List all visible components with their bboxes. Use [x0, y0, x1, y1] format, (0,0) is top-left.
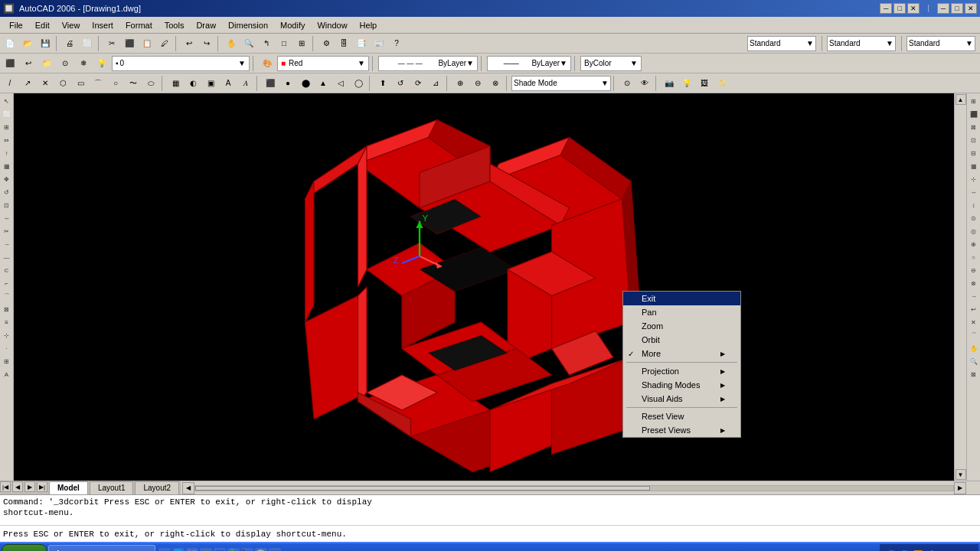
select-btn[interactable]: ↖	[1, 95, 13, 107]
scroll-left-btn[interactable]: ◀	[182, 482, 194, 494]
rt-btn-13[interactable]: ○	[968, 251, 980, 263]
taskbar-icon-9[interactable]: 🎮	[269, 548, 281, 551]
stretch-btn[interactable]: ↔	[1, 212, 13, 224]
tab-layout2[interactable]: Layout2	[135, 481, 179, 494]
ctx-shading[interactable]: Shading Modes ▶	[623, 378, 740, 392]
render-btn[interactable]: ✨	[714, 75, 730, 92]
menu-window[interactable]: Window	[311, 19, 353, 31]
chamfer-btn[interactable]: ⌐	[1, 277, 13, 289]
rt-btn-16[interactable]: →	[968, 290, 980, 302]
3d-union-btn[interactable]: ⊕	[452, 75, 469, 92]
draw-mtext-btn[interactable]: 𝐴	[237, 75, 254, 92]
array-btn[interactable]: ▦	[1, 160, 13, 172]
3d-loft-btn[interactable]: ⊿	[427, 75, 444, 92]
print-preview-button[interactable]: ⬜	[79, 35, 96, 52]
taskbar-icon-1[interactable]: 🗁	[158, 548, 171, 551]
lineweight-dropdown[interactable]: —— ByLayer ▼	[487, 56, 571, 71]
color-dropdown[interactable]: ■ Red ▼	[277, 56, 369, 71]
scroll-track[interactable]	[194, 485, 954, 491]
menu-tools[interactable]: Tools	[158, 19, 191, 31]
rt-btn-17[interactable]: ↩	[968, 303, 980, 315]
rt-btn-14[interactable]: ⊖	[968, 264, 980, 276]
taskbar-icon-6[interactable]: 🐉	[227, 548, 240, 551]
tab-model[interactable]: Model	[49, 481, 88, 494]
zoom-window-btn[interactable]: □	[276, 35, 292, 52]
new-button[interactable]: 📄	[2, 35, 18, 52]
join-btn[interactable]: ⊂	[1, 264, 13, 276]
paste-button[interactable]: 📋	[139, 35, 155, 52]
draw-region-btn[interactable]: ▣	[202, 75, 219, 92]
trim-btn[interactable]: ✂	[1, 225, 13, 237]
ctx-preset[interactable]: Preset Views ▶	[623, 423, 740, 437]
rt-btn-11[interactable]: ◎	[968, 225, 980, 237]
attrib-btn[interactable]: A	[1, 368, 13, 380]
toolpalettes-btn[interactable]: 📑	[353, 35, 370, 52]
scroll-up-btn[interactable]: ▲	[956, 94, 966, 105]
layer-prev-btn[interactable]: ↩	[20, 55, 37, 72]
draw-hatch-btn[interactable]: ▦	[167, 75, 184, 92]
draw-circle-btn[interactable]: ○	[107, 75, 124, 92]
draw-gradient-btn[interactable]: ◐	[185, 75, 201, 92]
scroll-right-btn[interactable]: ▶	[954, 482, 966, 494]
shade-mode-dropdown[interactable]: Shade Mode ▼	[511, 76, 611, 91]
taskbar-icon-2[interactable]: 🌐	[172, 548, 185, 551]
rt-btn-7[interactable]: ⊹	[968, 173, 980, 185]
plotstyle-dropdown[interactable]: ByColor ▼	[580, 56, 642, 71]
3d-box-btn[interactable]: ⬛	[262, 75, 279, 92]
draw-text-btn[interactable]: A	[220, 75, 237, 92]
copy-button[interactable]: ⬛	[121, 35, 138, 52]
rt-btn-4[interactable]: ⊡	[968, 134, 980, 146]
menu-modify[interactable]: Modify	[274, 19, 311, 31]
sheetset-btn[interactable]: 📰	[371, 35, 387, 52]
extend-btn[interactable]: →	[1, 238, 13, 250]
offset-btn[interactable]: ↑	[1, 147, 13, 159]
3d-subtract-btn[interactable]: ⊖	[469, 75, 486, 92]
ctx-projection[interactable]: Projection ▶	[623, 364, 740, 378]
menu-file[interactable]: File	[3, 19, 29, 31]
rt-btn-3[interactable]: ⊠	[968, 121, 980, 133]
mirror-btn[interactable]: ⇔	[1, 134, 13, 146]
3d-revolve-btn[interactable]: ↺	[392, 75, 409, 92]
mline-btn[interactable]: ≡	[1, 316, 13, 328]
insert-btn[interactable]: ⊞	[1, 355, 13, 367]
v-scrollbar[interactable]: ▲ ▼	[954, 93, 966, 481]
menu-edit[interactable]: Edit	[29, 19, 56, 31]
inner-minimize-button[interactable]: ─	[937, 3, 949, 14]
break-btn[interactable]: —	[1, 251, 13, 263]
draw-ellipse-btn[interactable]: ⬭	[142, 75, 159, 92]
draw-rect-btn[interactable]: ▭	[72, 75, 89, 92]
rt-btn-22[interactable]: ⊠	[968, 368, 980, 380]
3d-sweep-btn[interactable]: ⟳	[410, 75, 426, 92]
taskbar-icon-3[interactable]: 📁	[186, 548, 198, 551]
style-dropdown[interactable]: Standard ▼	[827, 36, 896, 51]
properties-btn[interactable]: ⚙	[318, 35, 335, 52]
taskbar-icon-8[interactable]: 📋	[255, 548, 267, 551]
matchprop-button[interactable]: 🖊	[156, 35, 173, 52]
snap-btn[interactable]: ⊹	[1, 329, 13, 341]
3d-intersect-btn[interactable]: ⊗	[487, 75, 504, 92]
taskbar-icon-5[interactable]: 🛡	[214, 548, 226, 551]
print-button[interactable]: 🖨	[61, 35, 78, 52]
point-btn[interactable]: ·	[1, 342, 13, 354]
layer-isolate-btn[interactable]: ⊙	[57, 55, 74, 72]
menu-draw[interactable]: Draw	[190, 19, 222, 31]
taskbar-icon-4[interactable]: 🎵	[200, 548, 212, 551]
layer-freeze-btn[interactable]: ❄	[75, 55, 92, 72]
rt-btn-20[interactable]: ✋	[968, 342, 980, 354]
move-btn[interactable]: ✥	[1, 173, 13, 185]
3dorbit-btn[interactable]: ⊙	[619, 75, 635, 92]
inner-close-button[interactable]: ✕	[965, 3, 977, 14]
menu-format[interactable]: Format	[119, 19, 158, 31]
rt-btn-9[interactable]: ↕	[968, 199, 980, 211]
menu-help[interactable]: Help	[354, 19, 384, 31]
3d-cylinder-btn[interactable]: ⬤	[297, 75, 314, 92]
draw-xline-btn[interactable]: ✕	[37, 75, 54, 92]
open-button[interactable]: 📂	[19, 35, 36, 52]
workspace-dropdown[interactable]: Standard ▼	[747, 36, 816, 51]
undo-button[interactable]: ↩	[181, 35, 198, 52]
draw-arc-btn[interactable]: ⌒	[90, 75, 106, 92]
rt-btn-8[interactable]: ↔	[968, 186, 980, 198]
rt-btn-10[interactable]: ⊙	[968, 212, 980, 224]
3d-torus-btn[interactable]: ◯	[350, 75, 367, 92]
inner-maximize-button[interactable]: □	[951, 3, 963, 14]
